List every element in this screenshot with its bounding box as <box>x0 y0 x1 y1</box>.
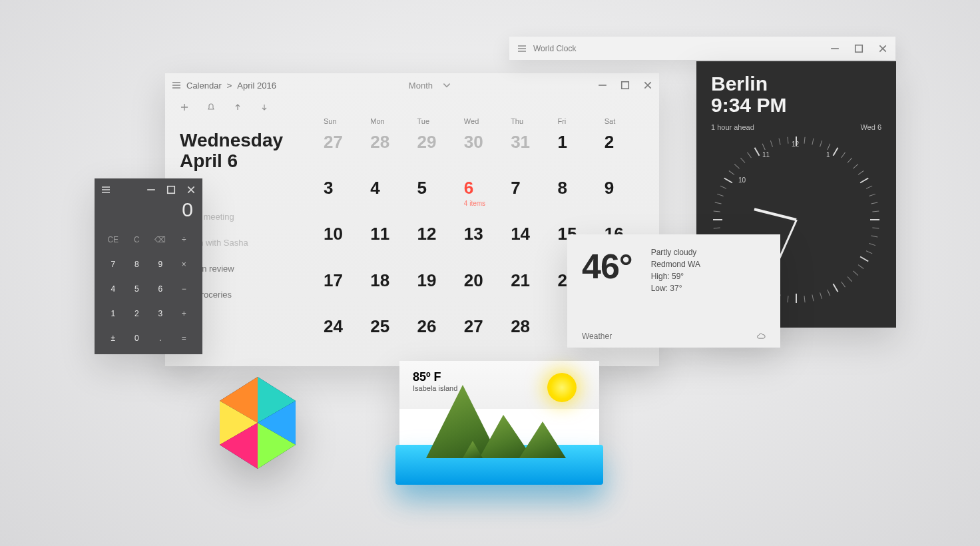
island-weather-tile[interactable]: 85º F Isabela island <box>399 361 599 481</box>
calendar-day-cell[interactable]: 28 <box>370 129 417 175</box>
day-number: 19 <box>417 270 464 291</box>
weather-card[interactable]: 46° Partly cloudy Redmond WA High: 59° L… <box>567 234 780 348</box>
clock-tick <box>796 136 797 146</box>
clock-tick <box>812 294 814 301</box>
clock-tick <box>860 256 869 262</box>
calc-key-9[interactable]: 9 <box>148 252 172 277</box>
calendar-day-cell[interactable]: 24 <box>324 314 370 360</box>
add-event-icon[interactable] <box>180 103 189 112</box>
day-number: 1 <box>557 132 604 152</box>
svg-rect-1 <box>856 45 863 52</box>
calendar-day-cell[interactable]: 27 <box>464 314 511 360</box>
calendar-day-cell[interactable]: 14 <box>511 221 557 267</box>
calendar-day-cell[interactable]: 3 <box>324 175 370 221</box>
day-number: 28 <box>511 316 557 337</box>
calendar-day-cell[interactable]: 27 <box>324 129 370 175</box>
clock-tick <box>869 243 875 246</box>
clock-tick <box>740 158 745 163</box>
minimize-icon[interactable] <box>146 185 156 194</box>
calendar-day-cell[interactable]: 17 <box>324 268 370 314</box>
svg-rect-0 <box>622 82 629 89</box>
down-arrow-icon[interactable] <box>260 103 269 112</box>
calc-key-=[interactable]: = <box>172 326 196 350</box>
calc-key-4[interactable]: 4 <box>101 277 125 302</box>
hamburger-icon[interactable] <box>172 81 181 90</box>
calendar-day-cell[interactable]: 20 <box>464 268 511 314</box>
calculator-display: 0 <box>101 194 196 228</box>
day-number: 13 <box>464 224 511 244</box>
calendar-day-cell[interactable]: 21 <box>511 268 557 314</box>
calc-key-2[interactable]: 2 <box>125 301 149 326</box>
maximize-icon[interactable] <box>620 81 630 90</box>
clock-tick <box>833 147 839 156</box>
calc-key-7[interactable]: 7 <box>101 252 125 277</box>
calc-key-.[interactable]: . <box>148 326 172 350</box>
clock-tick <box>827 144 830 150</box>
minimize-icon[interactable] <box>830 44 840 53</box>
calendar-day-cell[interactable]: 10 <box>324 221 370 267</box>
calc-key-−[interactable]: − <box>172 277 196 302</box>
maximize-icon[interactable] <box>166 185 176 194</box>
calendar-day-cell[interactable]: 2 <box>605 129 651 175</box>
crumb-app[interactable]: Calendar <box>186 81 222 91</box>
calendar-day-cell[interactable]: 30 <box>464 129 511 175</box>
day-name: Mon <box>370 117 417 125</box>
calc-key-1[interactable]: 1 <box>101 301 125 326</box>
clock-tick <box>779 138 781 145</box>
calendar-day-cell[interactable]: 25 <box>370 314 417 360</box>
clock-offset: 1 hour ahead <box>711 123 754 131</box>
svg-rect-2 <box>168 186 175 194</box>
calc-key-×[interactable]: × <box>172 252 196 277</box>
calendar-day-cell[interactable]: 8 <box>557 175 604 221</box>
calendar-day-cell[interactable]: 31 <box>511 129 557 175</box>
bell-icon[interactable] <box>206 103 216 112</box>
day-number: 3 <box>324 178 370 198</box>
calc-key-⌫[interactable]: ⌫ <box>148 228 172 252</box>
calendar-day-cell[interactable]: 64 items <box>464 175 511 221</box>
crumb-month[interactable]: April 2016 <box>237 81 276 91</box>
calendar-day-cell[interactable]: 7 <box>511 175 557 221</box>
calendar-day-cell[interactable]: 29 <box>417 129 464 175</box>
calc-key-3[interactable]: 3 <box>148 301 172 326</box>
calc-key-5[interactable]: 5 <box>125 277 149 302</box>
close-icon[interactable] <box>878 44 887 53</box>
hamburger-icon[interactable] <box>101 185 111 194</box>
calc-key-±[interactable]: ± <box>101 326 125 350</box>
close-icon[interactable] <box>643 81 652 90</box>
clock-tick <box>853 164 858 168</box>
calc-key-+[interactable]: + <box>172 301 196 326</box>
view-selector-label[interactable]: Month <box>409 81 433 91</box>
day-number: 14 <box>511 224 557 244</box>
calendar-day-cell[interactable]: 12 <box>417 221 464 267</box>
minimize-icon[interactable] <box>598 81 607 90</box>
calc-key-6[interactable]: 6 <box>148 277 172 302</box>
day-number: 2 <box>605 132 651 152</box>
hamburger-icon[interactable] <box>517 44 527 53</box>
up-arrow-icon[interactable] <box>233 103 242 112</box>
calendar-day-cell[interactable]: 26 <box>417 314 464 360</box>
calendar-day-cell[interactable]: 19 <box>417 268 464 314</box>
maximize-icon[interactable] <box>854 44 863 53</box>
calendar-day-cell[interactable]: 4 <box>370 175 417 221</box>
calendar-day-cell[interactable]: 5 <box>417 175 464 221</box>
weather-icon <box>756 332 766 341</box>
calc-key-C[interactable]: C <box>125 228 149 252</box>
calendar-day-cell[interactable]: 11 <box>370 221 417 267</box>
clock-tick <box>871 202 877 204</box>
calc-key-÷[interactable]: ÷ <box>172 228 196 252</box>
clock-tick <box>804 296 806 302</box>
calendar-day-cell[interactable]: 9 <box>605 175 651 221</box>
calc-key-8[interactable]: 8 <box>125 252 149 277</box>
chevron-down-icon[interactable] <box>442 81 451 90</box>
calendar-day-cell[interactable]: 28 <box>511 314 557 360</box>
clock-tick <box>787 296 788 302</box>
calc-key-0[interactable]: 0 <box>125 326 149 350</box>
calc-key-CE[interactable]: CE <box>101 228 125 252</box>
close-icon[interactable] <box>186 185 196 194</box>
calendar-day-cell[interactable]: 18 <box>370 268 417 314</box>
calendar-day-cell[interactable]: 13 <box>464 221 511 267</box>
clock-heading: Berlin 9:34 PM <box>711 73 881 115</box>
day-name: Thu <box>511 117 557 125</box>
calendar-day-cell[interactable]: 1 <box>557 129 604 175</box>
clock-tick <box>787 137 788 144</box>
